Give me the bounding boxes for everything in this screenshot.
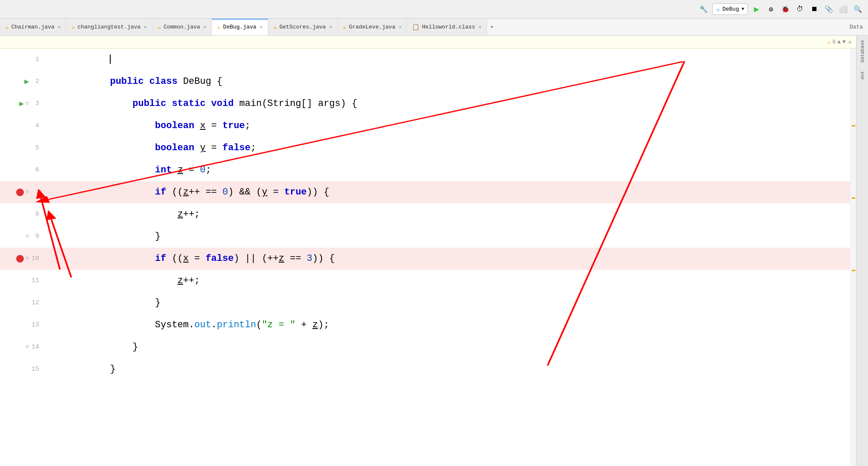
main-area: ⚠ 8 ▲ ▼ »: [0, 36, 868, 466]
tab-bar: ☕ Chairman.java ✕ ☕ changliangtest.java …: [0, 19, 868, 36]
profile-button[interactable]: ⏱: [794, 3, 806, 15]
gutter-2: ▶ 2: [0, 71, 43, 93]
run-button[interactable]: ▶: [751, 3, 762, 15]
far-right-panel: Database Ant: [856, 36, 868, 466]
tab-icon-changliangtest: ☕: [71, 23, 74, 31]
scroll-mark-3: [852, 270, 855, 271]
line-number-9: 9: [31, 226, 39, 248]
database-panel-tab[interactable]: Database: [858, 36, 867, 67]
tab-gradeleve[interactable]: ☕ GradeLeve.java ✕: [338, 19, 407, 35]
attach-button[interactable]: 📎: [823, 3, 835, 15]
code-editor[interactable]: ⚠ 8 ▲ ▼ »: [0, 36, 856, 466]
bookmark-9: ▽: [26, 226, 29, 248]
ant-panel-tab[interactable]: Ant: [858, 67, 867, 84]
debug-button[interactable]: 🐞: [779, 3, 791, 15]
tab-close-chairman[interactable]: ✕: [58, 24, 61, 30]
line-number-8: 8: [31, 203, 39, 226]
dropdown-arrow-icon: ▼: [742, 7, 744, 11]
code-15: }: [110, 364, 115, 375]
line-number-3: 3: [31, 93, 39, 115]
tab-changliangtest[interactable]: ☕ changliangtest.java ✕: [66, 19, 152, 35]
tab-getscores[interactable]: ☕ GetScores.java ✕: [268, 19, 338, 35]
tab-overflow-button[interactable]: ▾: [487, 19, 497, 35]
warning-more-icon[interactable]: »: [848, 39, 852, 46]
build-button[interactable]: ⚙: [765, 3, 777, 15]
tab-label-debug: DeBug.java: [223, 24, 256, 30]
tab-data-panel[interactable]: Data: [845, 19, 868, 35]
wrench-icon[interactable]: 🔧: [698, 3, 710, 15]
tab-icon-gradeleve: ☕: [343, 23, 346, 31]
line-number-15: 15: [31, 358, 39, 380]
tab-close-gradeleve[interactable]: ✕: [399, 24, 402, 30]
gutter-6: 6: [0, 159, 43, 181]
gutter-4: 4: [0, 115, 43, 137]
bookmark-10: ▽: [26, 248, 29, 270]
scroll-mark-1: [852, 125, 855, 126]
tab-close-helloworld[interactable]: ✕: [478, 24, 481, 30]
warning-triangle-icon: ⚠: [827, 38, 831, 46]
line-number-7: 7: [31, 181, 39, 203]
stop-button[interactable]: ⏹: [808, 3, 820, 15]
tab-label-helloworld: Helloworld.class: [422, 24, 475, 30]
tab-label-changliangtest: changliangtest.java: [77, 24, 140, 30]
bookmark-7: ▽: [26, 181, 29, 203]
tab-label-common: Common.java: [163, 24, 200, 30]
line-number-6: 6: [31, 159, 39, 181]
warning-bar: ⚠ 8 ▲ ▼ »: [0, 36, 856, 49]
line-number-1: 1: [31, 49, 39, 71]
gutter-5: 5: [0, 137, 43, 159]
tab-chairman[interactable]: ☕ Chairman.java ✕: [0, 19, 66, 35]
gutter-15: 15: [0, 358, 43, 380]
line-number-12: 12: [31, 292, 39, 314]
tab-close-getscores[interactable]: ✕: [329, 24, 332, 30]
tab-close-changliangtest[interactable]: ✕: [144, 24, 147, 30]
line-number-11: 11: [31, 270, 39, 292]
gutter-10: ▽ 10: [0, 248, 43, 270]
run-arrow-2: ▶: [24, 71, 29, 93]
gutter-12: 12: [0, 292, 43, 314]
code-line-15: 15 }: [0, 358, 850, 380]
tab-icon-chairman: ☕: [5, 23, 9, 31]
toolbar: 🔧 ☕ DeBug ▼ ▶ ⚙ 🐞 ⏱ ⏹ 📎 ⬜ 🔍: [0, 0, 868, 19]
breakpoint-dot-10[interactable]: [16, 255, 24, 263]
tab-helloworld[interactable]: 📋 Helloworld.class ✕: [407, 19, 487, 35]
tab-icon-getscores: ☕: [273, 23, 277, 31]
debug-icon-small: ☕: [716, 5, 720, 13]
gutter-9: ▽ 9: [0, 226, 43, 248]
line-number-14: 14: [31, 336, 39, 358]
gutter-11: 11: [0, 270, 43, 292]
line-number-2: 2: [31, 71, 39, 93]
tab-common[interactable]: ☕ Common.java ✕: [152, 19, 212, 35]
gutter-13: 13: [0, 314, 43, 336]
line-number-4: 4: [31, 115, 39, 137]
scroll-indicators: [850, 49, 856, 466]
bookmark-3: ▽: [26, 93, 29, 115]
debug-config-dropdown[interactable]: ☕ DeBug ▼: [712, 3, 748, 15]
warning-count-area: ⚠ 8 ▲ ▼: [827, 38, 846, 46]
debug-config-label: DeBug: [722, 6, 739, 12]
code-lines-wrapper: 1 ▶ 2 public class DeBug {: [0, 49, 850, 466]
breakpoint-dot-7[interactable]: [16, 189, 24, 196]
warning-count-label: 8: [832, 39, 836, 45]
tab-label-chairman: Chairman.java: [11, 24, 54, 30]
tab-icon-helloworld: 📋: [412, 23, 419, 31]
tab-label-gradeleve: GradeLeve.java: [349, 24, 395, 30]
line-number-13: 13: [31, 314, 39, 336]
tab-close-common[interactable]: ✕: [203, 24, 206, 30]
warning-up-icon[interactable]: ▲: [837, 39, 841, 45]
code-content-15[interactable]: }: [43, 336, 850, 403]
tab-label-getscores: GetScores.java: [279, 24, 326, 30]
gutter-8: 8: [0, 203, 43, 226]
scroll-mark-2: [852, 197, 855, 199]
line-number-10: 10: [31, 248, 39, 270]
run-arrow-3: ▶: [19, 93, 24, 115]
bookmark-14: ▽: [26, 336, 29, 358]
line-number-5: 5: [31, 137, 39, 159]
search-button[interactable]: 🔍: [852, 3, 864, 15]
gutter-3: ▶ ▽ 3: [0, 93, 43, 115]
tab-close-debug[interactable]: ✕: [260, 24, 263, 30]
tab-debug[interactable]: ☕ DeBug.java ✕: [212, 19, 268, 35]
warning-down-icon[interactable]: ▼: [842, 39, 846, 45]
maximize-button[interactable]: ⬜: [837, 3, 849, 15]
gutter-1: 1: [0, 49, 43, 71]
